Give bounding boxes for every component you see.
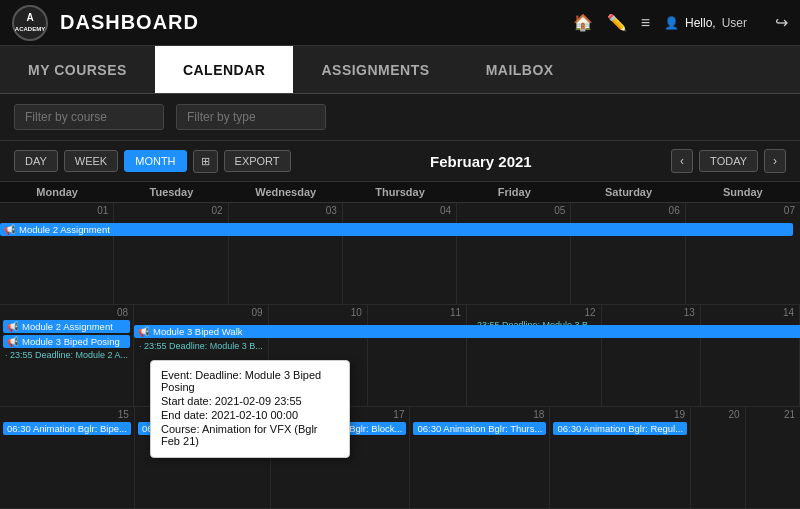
event-module3-walk[interactable]: 📢 Module 3 Biped Walk xyxy=(134,325,800,338)
date-19: 19 xyxy=(553,409,687,420)
cal-cell-13: 13 xyxy=(602,305,701,406)
edit-icon[interactable]: ✏️ xyxy=(607,13,627,32)
date-18: 18 xyxy=(413,409,546,420)
date-05: 05 xyxy=(460,205,567,216)
cal-cell-04: 04 xyxy=(343,203,457,304)
username: User xyxy=(722,16,747,30)
month-button[interactable]: MONTH xyxy=(124,150,186,172)
cal-cell-19: 19 06:30 Animation Bglr: Regul... xyxy=(550,407,691,508)
cal-cell-15: 15 06:30 Animation Bglr: Bipe... xyxy=(0,407,135,508)
cal-cell-21: 21 xyxy=(746,407,800,508)
cal-cell-11: 11 xyxy=(368,305,467,406)
tab-mailbox[interactable]: MAILBOX xyxy=(458,46,582,93)
cal-cell-12: 12 · 23:55 Deadline: Module 3 B... xyxy=(467,305,602,406)
cal-cell-06: 06 xyxy=(571,203,685,304)
home-icon[interactable]: 🏠 xyxy=(573,13,593,32)
cal-cell-03: 03 xyxy=(229,203,343,304)
date-12: 12 xyxy=(470,307,598,318)
day-header-sunday: Sunday xyxy=(686,182,800,202)
date-03: 03 xyxy=(232,205,339,216)
tooltip-event: Event: Deadline: Module 3 Biped Posing xyxy=(161,369,339,393)
megaphone-icon: 📢 xyxy=(4,224,16,235)
filter-type-input[interactable] xyxy=(176,104,326,130)
event-label: 06:30 Animation Bglr: Thurs... xyxy=(417,423,542,434)
event-label: 06:30 Animation Bglr: Regul... xyxy=(557,423,683,434)
cal-cell-20: 20 xyxy=(691,407,745,508)
event-anim-mon[interactable]: 06:30 Animation Bglr: Bipe... xyxy=(3,422,131,435)
event-anim-thu[interactable]: 06:30 Animation Bglr: Thurs... xyxy=(413,422,546,435)
event-label: Module 3 Biped Posing xyxy=(22,336,120,347)
date-09: 09 xyxy=(137,307,265,318)
date-02: 02 xyxy=(117,205,224,216)
week-row-3: 15 06:30 Animation Bglr: Bipe... 16 06:3… xyxy=(0,407,800,509)
day-header-saturday: Saturday xyxy=(571,182,685,202)
tooltip-end: End date: 2021-02-10 00:00 xyxy=(161,409,339,421)
day-header-tuesday: Tuesday xyxy=(114,182,228,202)
calendar-controls: DAY WEEK MONTH ⊞ EXPORT February 2021 ‹ … xyxy=(0,141,800,182)
event-deadline-m2[interactable]: · 23:55 Deadline: Module 2 A... xyxy=(3,349,130,361)
day-button[interactable]: DAY xyxy=(14,150,58,172)
day-header-monday: Monday xyxy=(0,182,114,202)
event-label: Module 2 Assignment xyxy=(22,321,113,332)
event-label: 06:30 Animation Bglr: Bipe... xyxy=(7,423,127,434)
user-avatar-icon: 👤 xyxy=(664,16,679,30)
date-21: 21 xyxy=(749,409,797,420)
event-label: Module 3 Biped Walk xyxy=(153,326,242,337)
filter-bar xyxy=(0,94,800,141)
week-row-1: 01 📢 Module 2 Assignment 02 03 04 05 06 … xyxy=(0,203,800,305)
cal-cell-02: 02 xyxy=(114,203,228,304)
megaphone-icon: 📢 xyxy=(7,321,19,332)
day-header-thursday: Thursday xyxy=(343,182,457,202)
logo: AACADEMY xyxy=(12,5,48,41)
logout-icon[interactable]: ↪ xyxy=(775,13,788,32)
date-13: 13 xyxy=(605,307,697,318)
date-07: 07 xyxy=(689,205,797,216)
date-14: 14 xyxy=(704,307,796,318)
date-06: 06 xyxy=(574,205,681,216)
tab-calendar[interactable]: CALENDAR xyxy=(155,46,294,93)
event-anim-fri[interactable]: 06:30 Animation Bglr: Regul... xyxy=(553,422,687,435)
date-11: 11 xyxy=(371,307,463,318)
event-module2-assign-w1[interactable]: 📢 Module 2 Assignment xyxy=(0,223,793,236)
event-deadline-m3-tue[interactable]: · 23:55 Deadline: Module 3 B... xyxy=(137,340,265,352)
cal-cell-07: 07 xyxy=(686,203,800,304)
list-icon[interactable]: ≡ xyxy=(641,14,650,32)
megaphone-icon: 📢 xyxy=(7,336,19,347)
cal-cell-01: 01 📢 Module 2 Assignment xyxy=(0,203,114,304)
tooltip-course: Course: Animation for VFX (Bglr Feb 21) xyxy=(161,423,339,447)
tab-assignments[interactable]: ASSIGNMENTS xyxy=(293,46,457,93)
calendar-title: February 2021 xyxy=(297,153,666,170)
filter-course-input[interactable] xyxy=(14,104,164,130)
user-section: 👤 Hello, User xyxy=(664,16,747,30)
grid-view-button[interactable]: ⊞ xyxy=(193,150,218,173)
header-icons: 🏠 ✏️ ≡ 👤 Hello, User ↪ xyxy=(573,13,788,32)
week-button[interactable]: WEEK xyxy=(64,150,118,172)
export-button[interactable]: EXPORT xyxy=(224,150,291,172)
tab-my-courses[interactable]: MY COURSES xyxy=(0,46,155,93)
prev-month-button[interactable]: ‹ xyxy=(671,149,693,173)
day-header-friday: Friday xyxy=(457,182,571,202)
cal-cell-18: 18 06:30 Animation Bglr: Thurs... xyxy=(410,407,550,508)
event-label: Module 2 Assignment xyxy=(19,224,110,235)
today-button[interactable]: TODAY xyxy=(699,150,758,172)
date-10: 10 xyxy=(272,307,364,318)
date-20: 20 xyxy=(694,409,741,420)
header: AACADEMY DASHBOARD 🏠 ✏️ ≡ 👤 Hello, User … xyxy=(0,0,800,46)
date-08: 08 xyxy=(3,307,130,318)
day-header-wednesday: Wednesday xyxy=(229,182,343,202)
calendar-weeks: 01 📢 Module 2 Assignment 02 03 04 05 06 … xyxy=(0,203,800,509)
week-row-2: 08 📢 Module 2 Assignment 📢 Module 3 Bipe… xyxy=(0,305,800,407)
tooltip-start: Start date: 2021-02-09 23:55 xyxy=(161,395,339,407)
next-month-button[interactable]: › xyxy=(764,149,786,173)
user-greeting: Hello, xyxy=(685,16,716,30)
calendar-day-headers: Monday Tuesday Wednesday Thursday Friday… xyxy=(0,182,800,203)
date-01: 01 xyxy=(3,205,110,216)
date-04: 04 xyxy=(346,205,453,216)
megaphone-icon: 📢 xyxy=(138,326,150,337)
cal-cell-08: 08 📢 Module 2 Assignment 📢 Module 3 Bipe… xyxy=(0,305,134,406)
page-title: DASHBOARD xyxy=(60,11,573,34)
event-module3-posing[interactable]: 📢 Module 3 Biped Posing xyxy=(3,335,130,348)
date-15: 15 xyxy=(3,409,131,420)
event-module2-assign-w2[interactable]: 📢 Module 2 Assignment xyxy=(3,320,130,333)
calendar: Monday Tuesday Wednesday Thursday Friday… xyxy=(0,182,800,509)
